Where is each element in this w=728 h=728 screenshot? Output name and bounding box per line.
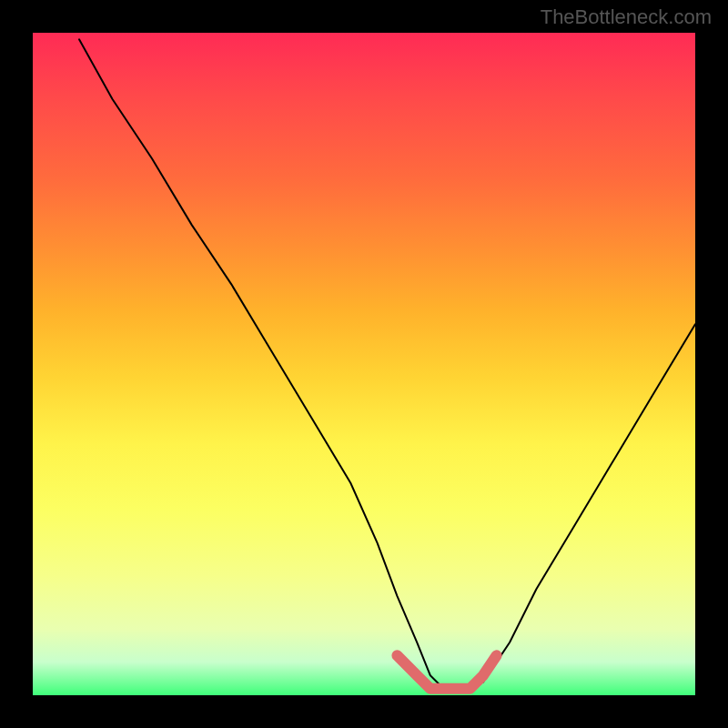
plot-area: [33, 33, 695, 695]
bottleneck-curve: [79, 39, 695, 688]
optimal-band-marker: [397, 655, 496, 688]
chart-svg: [33, 33, 695, 695]
watermark-text: TheBottleneck.com: [541, 5, 712, 29]
